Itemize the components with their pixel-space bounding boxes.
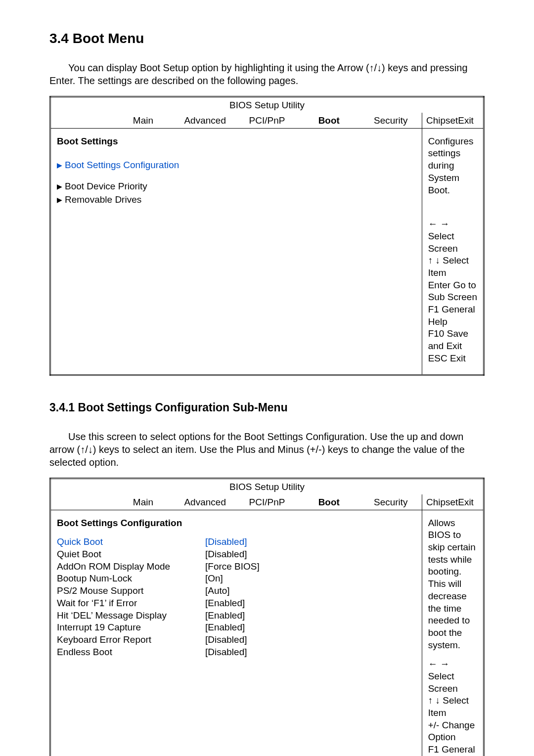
- nav-main: Main: [112, 494, 174, 510]
- nav-exit: Exit: [452, 115, 479, 127]
- bios-table-2: BIOS Setup Utility Main Advanced PCI/PnP…: [49, 478, 485, 756]
- bios-right-pane: Allows BIOS to skip certain tests while …: [422, 510, 484, 756]
- boot-settings-title: Boot Settings: [57, 135, 416, 148]
- help-description: Configures settings during System Boot.: [428, 135, 477, 196]
- nav-boot: Boot: [298, 113, 360, 128]
- bios-nav: Main Advanced PCI/PnP Boot Security Chip…: [50, 494, 484, 510]
- bios-table-1: BIOS Setup Utility Main Advanced PCI/PnP…: [49, 96, 485, 376]
- nav-chipset: Chipset: [426, 496, 452, 509]
- nav-security: Security: [360, 113, 422, 128]
- section-heading: 3.4 Boot Menu: [49, 30, 485, 47]
- bios-left-pane: Boot Settings ▶Boot Settings Configurati…: [50, 128, 422, 375]
- nav-security: Security: [360, 494, 422, 510]
- nav-pcipnp: PCI/PnP: [236, 494, 298, 510]
- help-enter: Enter Go to Sub Screen: [428, 279, 477, 304]
- help-select-item: ↑ ↓ Select Item: [428, 255, 477, 279]
- nav-chipset: Chipset: [426, 115, 452, 127]
- help-f10: F10 Save and Exit: [428, 328, 477, 352]
- row-quiet-boot: Quiet Boot[Disabled]: [57, 548, 416, 561]
- nav-boot: Boot: [298, 494, 360, 510]
- help-f1: F1 General Help: [428, 304, 477, 328]
- help-plusminus: +/- Change Option: [428, 719, 477, 744]
- row-addon-rom: AddOn ROM Display Mode[Force BIOS]: [57, 561, 416, 573]
- bios-right-pane: Configures settings during System Boot. …: [422, 128, 484, 375]
- help-select-screen: ← → Select Screen: [428, 218, 477, 255]
- bios-title: BIOS Setup Utility: [50, 97, 484, 113]
- row-wait-f1: Wait for ‘F1’ if Error[Enabled]: [57, 597, 416, 610]
- nav-advanced: Advanced: [174, 494, 236, 510]
- triangle-icon: ▶: [57, 161, 65, 170]
- nav-pcipnp: PCI/PnP: [236, 113, 298, 128]
- row-keyboard-error: Keyboard Error Report[Disabled]: [57, 634, 416, 646]
- help-esc: ESC Exit: [428, 353, 477, 365]
- subsection-heading: 3.4.1 Boot Settings Configuration Sub-Me…: [49, 400, 485, 415]
- row-endless-boot: Endless Boot[Disabled]: [57, 646, 416, 659]
- row-hit-del: Hit ‘DEL’ Message Display[Enabled]: [57, 610, 416, 622]
- menu-item-boot-device-priority: ▶Boot Device Priority: [57, 180, 416, 193]
- triangle-icon: ▶: [57, 195, 65, 204]
- bios-left-pane: Boot Settings Configuration Quick Boot[D…: [50, 510, 422, 756]
- triangle-icon: ▶: [57, 182, 65, 191]
- row-bootup-numlock: Bootup Num-Lock[On]: [57, 573, 416, 585]
- row-int19: Interrupt 19 Capture[Enabled]: [57, 622, 416, 634]
- intro-paragraph-1: You can display Boot Setup option by hig…: [49, 61, 485, 87]
- menu-item-removable-drives: ▶Removable Drives: [57, 194, 416, 206]
- nav-main: Main: [112, 113, 174, 128]
- help-select-item: ↑ ↓ Select Item: [428, 695, 477, 719]
- help-select-screen: ← → Select Screen: [428, 658, 477, 695]
- nav-exit: Exit: [452, 496, 479, 509]
- row-quick-boot: Quick Boot[Disabled]: [57, 536, 416, 548]
- nav-advanced: Advanced: [174, 113, 236, 128]
- bios-nav: Main Advanced PCI/PnP Boot Security Chip…: [50, 113, 484, 128]
- row-ps2-mouse: PS/2 Mouse Support[Auto]: [57, 585, 416, 597]
- menu-item-boot-settings-config: ▶Boot Settings Configuration: [57, 159, 416, 172]
- boot-settings-config-title: Boot Settings Configuration: [57, 517, 416, 530]
- help-f1: F1 General Help: [428, 744, 477, 756]
- help-description: Allows BIOS to skip certain tests while …: [428, 517, 477, 652]
- bios-title: BIOS Setup Utility: [50, 479, 484, 494]
- intro-paragraph-2: Use this screen to select options for th…: [49, 430, 485, 469]
